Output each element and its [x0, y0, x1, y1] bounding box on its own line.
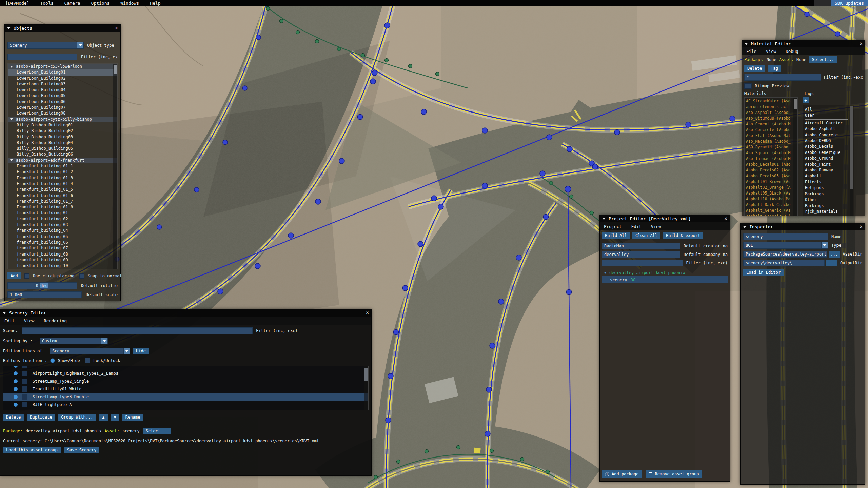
- material-item[interactable]: Asphalt02_Orange (A: [746, 185, 797, 190]
- object-item[interactable]: LowerLoon_Building05: [8, 93, 117, 99]
- devmode-viewport[interactable]: [DevMode]ToolsCameraOptionsWindowsHelp S…: [0, 0, 868, 488]
- menu-item[interactable]: [DevMode]: [0, 1, 35, 6]
- inspector-titlebar[interactable]: Inspector ×: [741, 223, 865, 230]
- load-in-editor-button[interactable]: Load in Editor: [743, 269, 784, 276]
- menu-item[interactable]: View: [651, 224, 661, 229]
- materials-list[interactable]: AC_StreamWater (Asoapron_elements_acf_As…: [744, 97, 798, 216]
- object-item[interactable]: frankfurt_building_08: [8, 251, 117, 257]
- tag-item[interactable]: User: [805, 113, 848, 119]
- show-hide-radio[interactable]: [50, 358, 55, 363]
- menu-item[interactable]: Edit: [4, 318, 15, 323]
- menu-item[interactable]: File: [746, 49, 756, 54]
- collapse-icon[interactable]: [3, 312, 6, 314]
- object-item[interactable]: Frankfurt_building_01_5: [8, 187, 117, 192]
- objects-filter-input[interactable]: [7, 54, 77, 60]
- material-item[interactable]: Aso_Flat (Asobo_Mat: [746, 133, 797, 139]
- tree-package-row[interactable]: deervalley-airport-kdvt-phoenix: [602, 269, 728, 276]
- tree-asset-row[interactable]: scenery BGL: [602, 276, 728, 283]
- edit-button[interactable]: Delete: [3, 414, 24, 421]
- lock-box-icon[interactable]: [22, 402, 27, 407]
- menu-item[interactable]: Rendering: [44, 318, 67, 323]
- sorting-select[interactable]: Custom: [40, 338, 101, 344]
- material-item[interactable]: Aso_Tarmac (Asobo_M: [746, 156, 797, 162]
- tag-item[interactable]: Asobo_Asphalt: [805, 126, 854, 132]
- object-item[interactable]: Billy_Bishop_Building04: [8, 140, 117, 146]
- object-item[interactable]: LowerLoon_Building01: [8, 69, 117, 75]
- object-item[interactable]: frankfurt_building_01: [8, 210, 117, 216]
- collapse-icon[interactable]: [743, 226, 746, 228]
- collapse-icon[interactable]: [7, 27, 11, 29]
- object-item[interactable]: frankfurt_building_10: [8, 263, 117, 269]
- visibility-dot-icon[interactable]: [14, 387, 18, 391]
- select-button[interactable]: Select...: [809, 56, 837, 63]
- default-scale-input[interactable]: 1.000: [7, 291, 82, 298]
- add-button[interactable]: Add: [7, 272, 21, 279]
- add-tag-button[interactable]: +: [803, 97, 809, 103]
- object-group-header[interactable]: asobo-airport-cytz-billy-bishop: [8, 117, 117, 122]
- remove-asset-group-button[interactable]: Remove asset group: [646, 470, 702, 478]
- tag-item[interactable]: Effects: [805, 179, 854, 185]
- lock-box-icon[interactable]: [22, 379, 27, 384]
- objects-scrollbar[interactable]: [113, 64, 117, 269]
- object-type-select[interactable]: Scenery: [7, 42, 77, 49]
- lock-unlock-checkbox[interactable]: [85, 358, 90, 363]
- chevron-down-icon[interactable]: [77, 42, 84, 49]
- object-item[interactable]: Billy_Bishop_Building01: [8, 122, 117, 128]
- select-button[interactable]: Select...: [143, 428, 171, 434]
- scene-filter-input[interactable]: [22, 327, 253, 334]
- object-item[interactable]: Frankfurt_building_01_6: [8, 193, 117, 199]
- lock-box-icon[interactable]: [22, 371, 27, 376]
- object-item[interactable]: LowerLoon_Building08: [8, 110, 117, 116]
- sdk-updates-button[interactable]: SDK updates: [831, 0, 868, 6]
- visibility-dot-icon[interactable]: [14, 403, 18, 407]
- tag-item[interactable]: rjck_materials: [805, 209, 854, 215]
- object-item[interactable]: frankfurt_building_06: [8, 240, 117, 245]
- object-item[interactable]: Frankfurt_building_01_2: [8, 169, 117, 175]
- visibility-dot-icon[interactable]: [14, 395, 18, 399]
- output-dir-browse-button[interactable]: ...: [826, 260, 837, 266]
- material-item[interactable]: ASO_Pyramid (Asobo_: [746, 144, 797, 150]
- material-item[interactable]: Aso_Concrete (Asobo: [746, 127, 797, 133]
- hide-button[interactable]: Hide: [133, 348, 149, 354]
- material-item[interactable]: Asobo_Decals03 (Aso: [746, 173, 797, 179]
- edit-button[interactable]: ▼: [111, 414, 119, 421]
- scenery-list-item[interactable]: StreetLamp_Type3_Double: [3, 393, 368, 401]
- object-item[interactable]: Billy_Bishop_Building03: [8, 134, 117, 140]
- scenery-list-scrollbar[interactable]: [364, 366, 368, 410]
- menu-item[interactable]: Camera: [59, 1, 86, 6]
- object-item[interactable]: Frankfurt_building_01_7: [8, 199, 117, 204]
- save-scenery-button[interactable]: Save Scenery: [64, 447, 100, 453]
- list-item[interactable]: [3, 366, 368, 369]
- menu-item[interactable]: Tools: [35, 1, 59, 6]
- project-filter-input[interactable]: [602, 260, 683, 266]
- scenery-list-item[interactable]: TruckUtility01_White: [3, 385, 368, 393]
- build-button[interactable]: Build & export: [663, 232, 703, 239]
- output-dir-input[interactable]: scenery\deervalley\: [743, 260, 825, 266]
- scenery-list-item[interactable]: RJTH_lightpole_A: [3, 401, 368, 408]
- object-item[interactable]: Frankfurt_building_01_3: [8, 175, 117, 181]
- scenery-list-item[interactable]: AirportLight_HighMast_Type1_2_Lamps: [3, 369, 368, 377]
- menu-item[interactable]: View: [766, 49, 776, 54]
- default-company-input[interactable]: deervalley: [602, 251, 680, 258]
- material-item[interactable]: Asobo_Decals01 (Aso: [746, 162, 797, 167]
- object-item[interactable]: Billy_Bishop_Building05: [8, 146, 117, 151]
- object-item[interactable]: Frankfurt_building_01_1: [8, 163, 117, 169]
- objects-list[interactable]: asobo-airport-c53-lowerloonLowerLoon_Bui…: [7, 63, 118, 269]
- edit-button[interactable]: Group With...: [58, 414, 96, 421]
- material-item[interactable]: Aso_Asphalt (Asobo_: [746, 110, 797, 116]
- material-item[interactable]: AC_StreamWater (Aso: [746, 98, 797, 104]
- menu-item[interactable]: Options: [86, 1, 115, 6]
- menu-item[interactable]: Edit: [631, 224, 642, 229]
- object-item[interactable]: Billy_Bishop_Building06: [8, 151, 117, 157]
- chevron-down-icon[interactable]: [822, 242, 828, 249]
- material-item[interactable]: Asphalt_Dark_Cracke: [746, 202, 797, 208]
- object-item[interactable]: LowerLoon_Building03: [8, 81, 117, 87]
- one-click-placing-checkbox[interactable]: [24, 273, 29, 279]
- object-item[interactable]: Billy_Bishop_Building02: [8, 128, 117, 134]
- material-item[interactable]: apron_elements_acf_: [746, 104, 797, 110]
- tag-item[interactable]: Parkings: [805, 203, 854, 209]
- default-creator-input[interactable]: RadioMan: [602, 243, 680, 249]
- tag-item[interactable]: Asobo_Concrete: [805, 132, 854, 138]
- tag-item[interactable]: Asobo_Decals: [805, 144, 854, 149]
- object-item[interactable]: frankfurt_building_03: [8, 222, 117, 228]
